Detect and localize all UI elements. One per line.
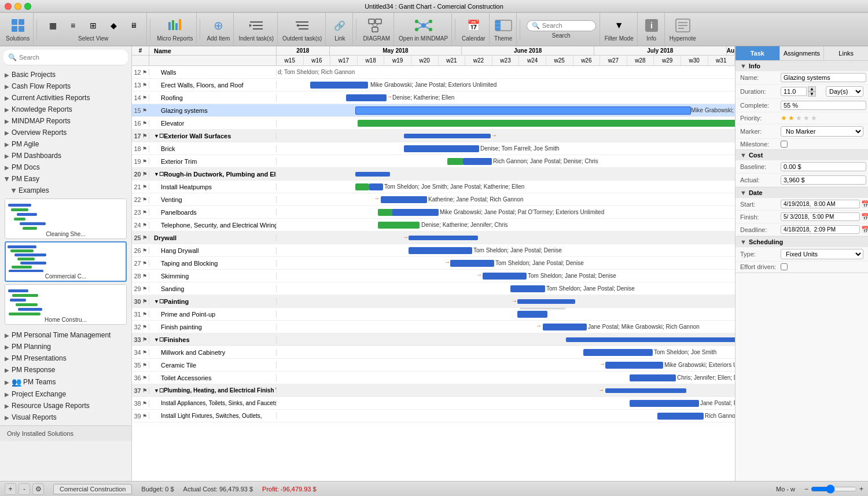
info-button[interactable]: i: [642, 17, 661, 34]
star-2[interactable]: ★: [788, 114, 795, 122]
start-cal-icon[interactable]: 📅: [861, 200, 868, 208]
star-3[interactable]: ★: [796, 114, 802, 122]
table-row[interactable]: 15⚑ Glazing systems Mike Grabowski; Joe …: [132, 104, 735, 117]
panel-section-info-header[interactable]: ▼ Info: [735, 61, 868, 71]
zoom-in-icon[interactable]: +: [859, 485, 863, 493]
table-row[interactable]: 23⚑ Panelboards Mike Grabowski; Jane Pos…: [132, 206, 735, 219]
table-row[interactable]: 31⚑ Prime and Point-up Chris; Jennifer: [132, 308, 735, 321]
finish-input[interactable]: [781, 212, 860, 221]
complete-input[interactable]: [781, 101, 866, 110]
table-row[interactable]: 20⚑ ▼ ☐ Rough-in Ductwork, Plumbing and …: [132, 168, 735, 181]
table-row[interactable]: 24⚑ Telephone, Security, and Electrical …: [132, 219, 735, 232]
sidebar-search-box[interactable]: 🔍: [3, 50, 128, 65]
view-gantt-button[interactable]: ▦: [43, 17, 62, 34]
sidebar-item-pm-response[interactable]: ▶ PM Response: [0, 364, 131, 376]
indent-button[interactable]: [247, 17, 266, 34]
duration-input[interactable]: [781, 87, 807, 96]
table-row[interactable]: 19⚑ Exterior Trim Rich Gannon; Jane Post…: [132, 155, 735, 168]
star-4[interactable]: ★: [803, 114, 810, 122]
duration-unit-select[interactable]: Day(s) Hour(s) Week(s): [826, 86, 863, 97]
table-row[interactable]: 33⚑ ▼ ☐ Finishes: [132, 333, 735, 346]
minimize-button[interactable]: [14, 3, 21, 10]
task-name-input[interactable]: [781, 73, 866, 82]
sidebar-item-resource-usage[interactable]: ▶ Resource Usage Reports: [0, 400, 131, 412]
sidebar-item-overview[interactable]: ▶ Overview Reports: [0, 127, 131, 138]
priority-stars[interactable]: ★ ★ ★ ★ ★: [781, 114, 817, 122]
statusbar-tab-comercial[interactable]: Comercial Construction: [53, 484, 132, 494]
maximize-button[interactable]: [24, 3, 31, 10]
table-row[interactable]: 14⚑ Roofing → Denise; Katherine; Ellen: [132, 91, 735, 104]
table-row[interactable]: 12⚑ Walls d; Tom Sheldon; Rich Gannon: [132, 66, 735, 79]
micro-reports-button[interactable]: [165, 17, 184, 34]
calendar-button[interactable]: 📅: [464, 17, 483, 34]
table-row[interactable]: 28⚑ Skimming → Tom Sheldon; Jane Postal;…: [132, 270, 735, 282]
remove-row-button[interactable]: -: [19, 483, 30, 495]
table-row[interactable]: 37⚑ ▼ ☐ Plumbing, Heating, and Electrica…: [132, 384, 735, 397]
sidebar-item-current-activities[interactable]: ▶ Current Activities Reports: [0, 92, 131, 104]
table-row[interactable]: 17⚑ ▼ ☐ Exterior Wall Surfaces →: [132, 130, 735, 142]
sidebar-item-pm-docs[interactable]: ▶ PM Docs: [0, 161, 131, 173]
effort-driven-checkbox[interactable]: [781, 263, 788, 270]
tab-task[interactable]: Task: [735, 46, 780, 60]
table-row[interactable]: 36⚑ Toilet Accessories Chris; Jennifer; …: [132, 372, 735, 384]
link-button[interactable]: 🔗: [330, 17, 349, 34]
table-row[interactable]: 26⚑ Hang Drywall Tom Sheldon; Jane Posta…: [132, 244, 735, 257]
table-row[interactable]: 25⚑ Drywall →: [132, 232, 735, 244]
table-row[interactable]: 16⚑ Elevator Denise; Rich C: [132, 117, 735, 130]
duration-increment[interactable]: ▲: [808, 86, 816, 91]
marker-select[interactable]: No Marker: [781, 126, 863, 137]
zoom-out-icon[interactable]: −: [804, 485, 808, 493]
sidebar-item-pm-agile[interactable]: ▶ PM Agile: [0, 138, 131, 150]
table-row[interactable]: 22⚑ Venting → Katherine; Jane Postal; Ri…: [132, 193, 735, 206]
view-diamond-button[interactable]: ◆: [104, 17, 123, 34]
sidebar-item-project-exchange[interactable]: ▶ Project Exchange: [0, 388, 131, 400]
table-row[interactable]: 35⚑ Ceramic Tile → Mike Grabowski; Exter…: [132, 359, 735, 372]
sidebar-item-pm-presentations[interactable]: ▶ PM Presentations: [0, 352, 131, 364]
actual-input[interactable]: [781, 175, 866, 185]
type-select[interactable]: Fixed Units Fixed Duration Fixed Work: [781, 249, 863, 259]
milestone-checkbox[interactable]: [781, 141, 788, 148]
table-row[interactable]: 32⚑ Finish painting → Jane Postal; Mike …: [132, 321, 735, 333]
view-list-button[interactable]: ≡: [64, 17, 82, 34]
toolbar-search-box[interactable]: 🔍: [527, 20, 596, 31]
theme-button[interactable]: [494, 17, 513, 34]
finish-cal-icon[interactable]: 📅: [861, 213, 868, 221]
table-row[interactable]: 39⚑ Install Light Fixtures, Switches, Ou…: [132, 410, 735, 422]
diagram-button[interactable]: [367, 17, 386, 34]
table-row[interactable]: 27⚑ Taping and Blocking → Tom Sheldon; J…: [132, 257, 735, 270]
outdent-button[interactable]: [293, 17, 311, 34]
sidebar-item-basic-projects[interactable]: ▶ Basic Projects: [0, 69, 131, 80]
sidebar-item-pm-dashboards[interactable]: ▶ PM Dashboards: [0, 150, 131, 161]
toolbar-search-input[interactable]: [542, 22, 594, 29]
table-row[interactable]: 21⚑ Install Heatpumps Tom Sheldon; Joe S…: [132, 181, 735, 193]
add-row-button[interactable]: +: [5, 483, 16, 495]
panel-section-date-header[interactable]: ▼ Date: [735, 188, 868, 198]
table-row[interactable]: 34⚑ Millwork and Cabinetry Tom Sheldon; …: [132, 346, 735, 359]
sidebar-item-pm-personal[interactable]: ▶ PM Personal Time Management: [0, 329, 131, 341]
table-row[interactable]: 13⚑ Erect Walls, Floors, and Roof Mike G…: [132, 79, 735, 91]
close-button[interactable]: [5, 3, 12, 10]
sidebar-item-only-installed[interactable]: Only Installed Solutions: [5, 428, 127, 439]
baseline-input[interactable]: [781, 162, 866, 171]
table-row[interactable]: 38⚑ Install Appliances, Toilets, Sinks, …: [132, 397, 735, 410]
sidebar-search-input[interactable]: [19, 54, 123, 61]
thumbnail-home[interactable]: Home Constru...: [5, 284, 127, 325]
sidebar-item-visual-reports[interactable]: ▶ Visual Reports: [0, 412, 131, 423]
deadline-cal-icon[interactable]: 📅: [861, 226, 868, 234]
duration-decrement[interactable]: ▼: [808, 91, 816, 97]
sidebar-item-mindmap[interactable]: ▶ MINDMAP Reports: [0, 115, 131, 127]
sidebar-item-cash-flow[interactable]: ▶ Cash Flow Reports: [0, 80, 131, 92]
filter-button[interactable]: ▼: [610, 17, 628, 34]
table-row[interactable]: 18⚑ Brick Denise; Tom Farrell; Joe Smith: [132, 142, 735, 155]
tab-assignments[interactable]: Assignments: [780, 46, 825, 60]
hypernote-button[interactable]: [674, 17, 692, 34]
star-5[interactable]: ★: [811, 114, 817, 122]
sidebar-item-examples[interactable]: ▶ Examples: [0, 185, 131, 196]
star-1[interactable]: ★: [781, 114, 787, 122]
thumbnail-cleaning[interactable]: Cleaning She...: [5, 199, 127, 239]
add-item-button[interactable]: ⊕: [209, 17, 227, 34]
thumbnail-commercial[interactable]: Commercial C...: [5, 241, 127, 282]
zoom-slider[interactable]: [811, 484, 857, 494]
panel-section-scheduling-header[interactable]: ▼ Scheduling: [735, 237, 868, 247]
sidebar-item-knowledge[interactable]: ▶ Knowledge Reports: [0, 104, 131, 115]
